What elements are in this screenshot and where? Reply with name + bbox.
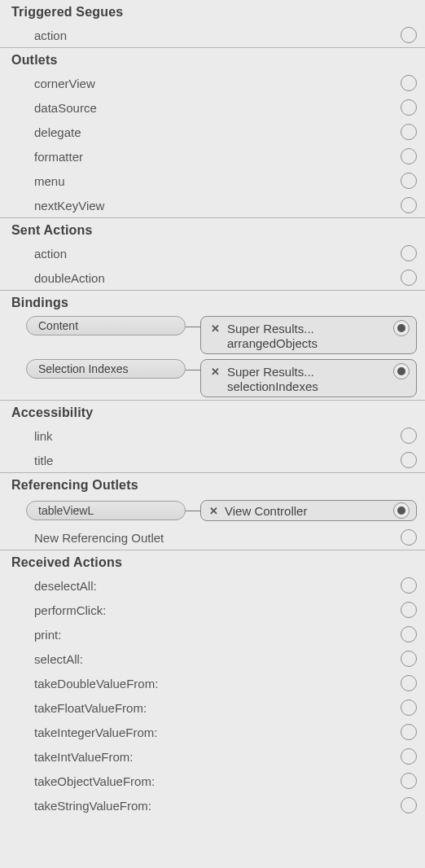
connection-label: cornerView: [34, 77, 396, 90]
section-accessibility: Accessibility link title: [0, 400, 425, 472]
connection-label: formatter: [34, 150, 396, 164]
connection-row[interactable]: takeStringValueFrom:: [0, 793, 425, 818]
connection-well[interactable]: [401, 148, 417, 164]
binding-destination[interactable]: ✕ Super Results... selectionIndexes: [200, 359, 417, 397]
connection-label: takeFloatValueFrom:: [34, 701, 396, 715]
connection-row[interactable]: title: [0, 448, 425, 472]
connection-well[interactable]: [401, 773, 417, 789]
connection-well[interactable]: [401, 675, 417, 691]
connection-row[interactable]: takeDoubleValueFrom:: [0, 671, 425, 695]
connection-label: takeIntegerValueFrom:: [34, 726, 396, 739]
connection-row[interactable]: link: [0, 423, 425, 448]
connection-row[interactable]: formatter: [0, 144, 425, 169]
section-header: Triggered Segues: [0, 0, 425, 23]
connection-well[interactable]: [393, 363, 410, 379]
connection-row[interactable]: cornerView: [0, 71, 425, 95]
connection-row[interactable]: takeIntegerValueFrom:: [0, 720, 425, 744]
remove-binding-icon[interactable]: ✕: [209, 366, 221, 378]
connection-well[interactable]: [401, 626, 417, 642]
connection-row[interactable]: takeObjectValueFrom:: [0, 769, 425, 793]
section-header: Referencing Outlets: [0, 473, 425, 496]
connection-label: New Referencing Outlet: [34, 531, 396, 545]
connection-well[interactable]: [401, 270, 417, 286]
connection-well[interactable]: [393, 320, 410, 336]
referencing-pill[interactable]: tableViewL: [26, 501, 186, 520]
section-header: Received Actions: [0, 550, 425, 573]
connection-well[interactable]: [401, 124, 417, 140]
connection-label: link: [34, 429, 396, 443]
connection-well[interactable]: [401, 651, 417, 667]
remove-connection-icon[interactable]: ✕: [209, 505, 218, 517]
connection-row[interactable]: nextKeyView: [0, 193, 425, 217]
connection-well[interactable]: [401, 99, 417, 116]
section-header: Accessibility: [0, 401, 425, 423]
connection-label: print:: [34, 628, 396, 642]
section-outlets: Outlets cornerView dataSource delegate f…: [0, 47, 425, 217]
section-sent-actions: Sent Actions action doubleAction: [0, 217, 425, 290]
connector-line: [186, 327, 200, 327]
referencing-name: tableViewL: [38, 504, 94, 517]
connection-label: title: [34, 454, 396, 467]
connection-row[interactable]: doubleAction: [0, 265, 425, 290]
binding-name: Selection Indexes: [38, 362, 129, 375]
connection-well[interactable]: [401, 602, 417, 618]
connection-well[interactable]: [401, 173, 417, 189]
connection-label: action: [34, 28, 396, 42]
connection-well[interactable]: [401, 748, 417, 765]
connection-label: menu: [34, 174, 396, 188]
connection-well[interactable]: [401, 75, 417, 91]
binding-row: Content ✕ Super Results... arrangedObjec…: [0, 313, 425, 357]
connections-inspector: Triggered Segues action Outlets cornerVi…: [0, 0, 425, 818]
remove-binding-icon[interactable]: ✕: [209, 322, 221, 335]
connection-row[interactable]: menu: [0, 169, 425, 193]
referencing-destination[interactable]: ✕ View Controller: [200, 500, 417, 521]
connection-row[interactable]: action: [0, 241, 425, 265]
binding-dest-title: Super Results...: [227, 365, 388, 379]
connector-line: [186, 370, 200, 370]
connection-well[interactable]: [401, 245, 417, 261]
section-referencing-outlets: Referencing Outlets tableViewL ✕ View Co…: [0, 472, 425, 550]
connection-well[interactable]: [401, 797, 417, 813]
connection-well[interactable]: [401, 452, 417, 468]
section-received-actions: Received Actions deselectAll: performCli…: [0, 550, 425, 818]
connection-well[interactable]: [401, 724, 417, 740]
section-bindings: Bindings Content ✕ Super Results... arra…: [0, 290, 425, 400]
binding-name: Content: [38, 319, 78, 332]
connection-row[interactable]: selectAll:: [0, 647, 425, 671]
connection-label: performClick:: [34, 603, 396, 617]
connection-row[interactable]: takeIntValueFrom:: [0, 744, 425, 769]
connection-row[interactable]: performClick:: [0, 598, 425, 622]
connection-row[interactable]: deselectAll:: [0, 573, 425, 598]
connection-row[interactable]: takeFloatValueFrom:: [0, 695, 425, 720]
connection-label: takeObjectValueFrom:: [34, 774, 396, 788]
section-header: Outlets: [0, 48, 425, 71]
connection-label: dataSource: [34, 101, 396, 115]
connection-well[interactable]: [393, 502, 410, 519]
section-header: Sent Actions: [0, 218, 425, 241]
binding-destination[interactable]: ✕ Super Results... arrangedObjects: [200, 316, 417, 354]
connection-well[interactable]: [401, 197, 417, 213]
connection-row[interactable]: action: [0, 23, 425, 47]
section-header: Bindings: [0, 291, 425, 313]
binding-pill[interactable]: Content: [26, 316, 186, 335]
new-referencing-outlet-row[interactable]: New Referencing Outlet: [0, 525, 425, 550]
binding-dest-sub: selectionIndexes: [209, 379, 410, 393]
connection-row[interactable]: print:: [0, 622, 425, 647]
connection-label: deselectAll:: [34, 579, 396, 593]
connection-label: takeDoubleValueFrom:: [34, 677, 396, 690]
binding-pill[interactable]: Selection Indexes: [26, 359, 186, 379]
connection-label: takeStringValueFrom:: [34, 799, 396, 813]
connection-row[interactable]: delegate: [0, 120, 425, 144]
connection-label: takeIntValueFrom:: [34, 750, 396, 764]
connection-label: selectAll:: [34, 652, 396, 666]
referencing-dest-title: View Controller: [225, 504, 388, 518]
binding-dest-sub: arrangedObjects: [209, 336, 410, 350]
connection-label: delegate: [34, 125, 396, 139]
connection-well[interactable]: [401, 427, 417, 444]
connection-row[interactable]: dataSource: [0, 95, 425, 120]
connection-well[interactable]: [401, 27, 417, 43]
connection-well[interactable]: [401, 699, 417, 716]
connection-well[interactable]: [401, 577, 417, 594]
referencing-outlet-row: tableViewL ✕ View Controller: [0, 496, 425, 525]
connection-well[interactable]: [401, 529, 417, 546]
